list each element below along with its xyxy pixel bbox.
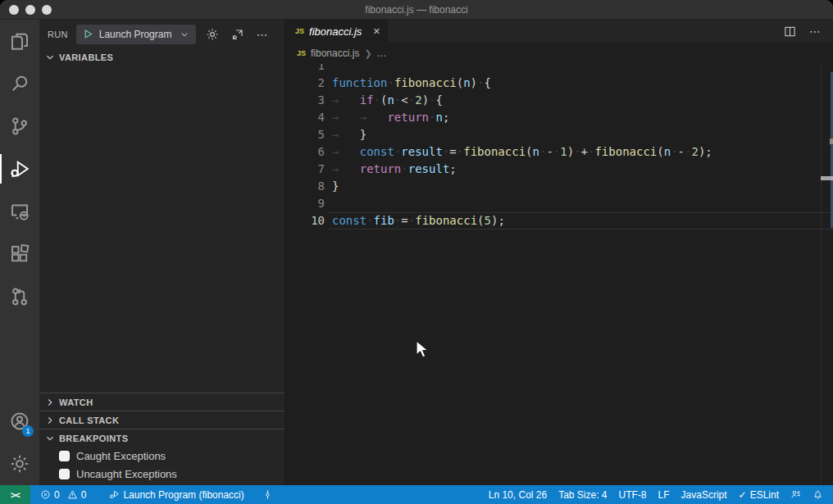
settings-gear-icon[interactable]	[0, 443, 39, 485]
breakpoints-section-label: BREAKPOINTS	[59, 434, 128, 443]
git-commit-item[interactable]	[257, 485, 278, 504]
debug-icon	[109, 489, 120, 500]
feedback-item[interactable]	[785, 485, 806, 504]
line-text: const·fib·=·fibonacci(5);	[325, 214, 505, 227]
code-line[interactable]: 10const·fib·=·fibonacci(5);	[285, 212, 833, 229]
source-control-icon[interactable]	[0, 105, 39, 148]
code-line[interactable]: 8}	[285, 178, 833, 195]
status-bar: >< 0 0 Launch Program (fibonacci) Ln 10,…	[0, 485, 833, 504]
line-number: 1	[285, 64, 325, 75]
split-editor-icon[interactable]	[784, 25, 796, 38]
overview-ruler-cursor-marker	[821, 176, 833, 180]
chevron-down-icon	[44, 433, 56, 444]
language-mode[interactable]: JavaScript	[676, 485, 732, 504]
start-debug-icon[interactable]	[83, 29, 93, 39]
breadcrumb-symbol[interactable]: …	[377, 48, 387, 59]
debug-launch-status[interactable]: Launch Program (fibonacci)	[104, 485, 248, 504]
search-icon[interactable]	[0, 62, 39, 105]
code-line[interactable]: 1	[285, 64, 833, 75]
variables-body	[39, 66, 284, 393]
chevron-down-icon	[44, 52, 56, 63]
chevron-right-icon	[44, 397, 56, 408]
line-text: → }	[325, 128, 366, 141]
zoom-button[interactable]	[42, 5, 52, 15]
line-text	[325, 64, 332, 72]
overview-ruler-marker	[830, 138, 833, 144]
tab-fibonacci-js[interactable]: JS fibonacci.js ✕	[285, 20, 388, 43]
call-stack-section-label: CALL STACK	[59, 415, 119, 425]
editor-more-actions-icon[interactable]: ⋯	[809, 27, 822, 35]
line-text: → const·result·=·fibonacci(n·-·1)·+·fibo…	[325, 145, 712, 158]
warning-icon	[67, 489, 78, 500]
remote-indicator[interactable]: ><	[0, 485, 30, 504]
line-number: 4	[285, 109, 325, 126]
line-number: 3	[285, 92, 325, 109]
error-count: 0	[54, 489, 60, 501]
code-line[interactable]: 9	[285, 195, 833, 212]
line-text: → if·(n·<·2)·{	[325, 93, 443, 107]
uncaught-exceptions-checkbox[interactable]	[59, 469, 70, 479]
indentation[interactable]: Tab Size: 4	[553, 485, 612, 504]
caught-exceptions-checkbox[interactable]	[59, 451, 70, 461]
launch-config-dropdown[interactable]: Launch Program	[76, 25, 196, 44]
overview-ruler-border	[821, 64, 822, 485]
js-file-icon: JS	[297, 49, 306, 57]
code-line[interactable]: 5→ }	[285, 126, 833, 143]
line-text	[325, 197, 332, 210]
github-pull-request-icon[interactable]	[0, 275, 39, 318]
breakpoints-section-header[interactable]: BREAKPOINTS	[39, 429, 284, 447]
explorer-icon[interactable]	[0, 20, 39, 62]
breakpoint-row: Uncaught Exceptions	[39, 465, 284, 483]
line-text: → return·result;	[325, 162, 457, 175]
tab-label: fibonacci.js	[309, 25, 368, 38]
eslint-status[interactable]: ✓ ESLint	[734, 485, 784, 504]
breakpoint-row: Caught Exceptions	[39, 447, 284, 465]
code-line[interactable]: 6→ const·result·=·fibonacci(n·-·1)·+·fib…	[285, 143, 833, 161]
run-toolbar: RUN Launch Program ⋯	[39, 20, 284, 48]
error-icon	[40, 489, 51, 500]
cursor-position[interactable]: Ln 10, Col 26	[484, 485, 552, 504]
code-line[interactable]: 7→ return·result;	[285, 161, 833, 178]
run-label: RUN	[48, 30, 68, 39]
run-and-debug-icon[interactable]	[0, 148, 39, 190]
variables-section-label: VARIABLES	[59, 52, 113, 62]
code-editor[interactable]: 12function·fibonacci(n)·{3→ if·(n·<·2)·{…	[285, 64, 833, 485]
window-controls	[9, 5, 52, 15]
debug-sidebar: RUN Launch Program ⋯ VARIABLES	[39, 20, 285, 485]
line-text: → → return·n;	[325, 111, 449, 124]
breadcrumb-file[interactable]: fibonacci.js	[311, 48, 359, 59]
code-line[interactable]: 3→ if·(n·<·2)·{	[285, 92, 833, 109]
code-lines: 12function·fibonacci(n)·{3→ if·(n·<·2)·{…	[285, 64, 833, 229]
eol-sequence[interactable]: LF	[653, 485, 675, 504]
extensions-icon[interactable]	[0, 233, 39, 275]
warning-count: 0	[81, 489, 87, 501]
chevron-right-icon: ❯	[364, 48, 371, 59]
breadcrumb: JS fibonacci.js ❯ …	[285, 43, 833, 64]
breakpoint-label: Uncaught Exceptions	[76, 468, 177, 480]
account-badge: 1	[22, 425, 34, 437]
mouse-cursor	[415, 340, 431, 360]
accounts-icon[interactable]: 1	[0, 400, 39, 443]
close-button[interactable]	[9, 5, 19, 15]
call-stack-section-header[interactable]: CALL STACK	[39, 411, 284, 429]
configure-gear-icon[interactable]	[206, 28, 219, 41]
code-line[interactable]: 4→ → return·n;	[285, 109, 833, 126]
feedback-icon	[790, 489, 801, 500]
encoding[interactable]: UTF-8	[614, 485, 652, 504]
views-more-actions-icon[interactable]: ⋯	[257, 30, 269, 39]
notifications-item[interactable]	[808, 485, 828, 504]
title-bar: fibonacci.js — fibonacci	[0, 0, 833, 20]
debug-config-label: Launch Program (fibonacci)	[123, 489, 244, 501]
remote-explorer-icon[interactable]	[0, 190, 39, 233]
line-number: 9	[285, 195, 325, 212]
code-line[interactable]: 2function·fibonacci(n)·{	[285, 75, 833, 92]
watch-section-header[interactable]: WATCH	[39, 393, 284, 411]
check-icon: ✓	[739, 489, 747, 501]
problems-indicator[interactable]: 0 0	[35, 485, 91, 504]
line-text: }	[325, 179, 339, 193]
debug-console-icon[interactable]	[231, 28, 244, 41]
tab-bar: JS fibonacci.js ✕ ⋯	[285, 20, 833, 43]
minimize-button[interactable]	[25, 5, 35, 15]
close-tab-icon[interactable]: ✕	[373, 26, 380, 37]
variables-section-header[interactable]: VARIABLES	[39, 48, 284, 66]
